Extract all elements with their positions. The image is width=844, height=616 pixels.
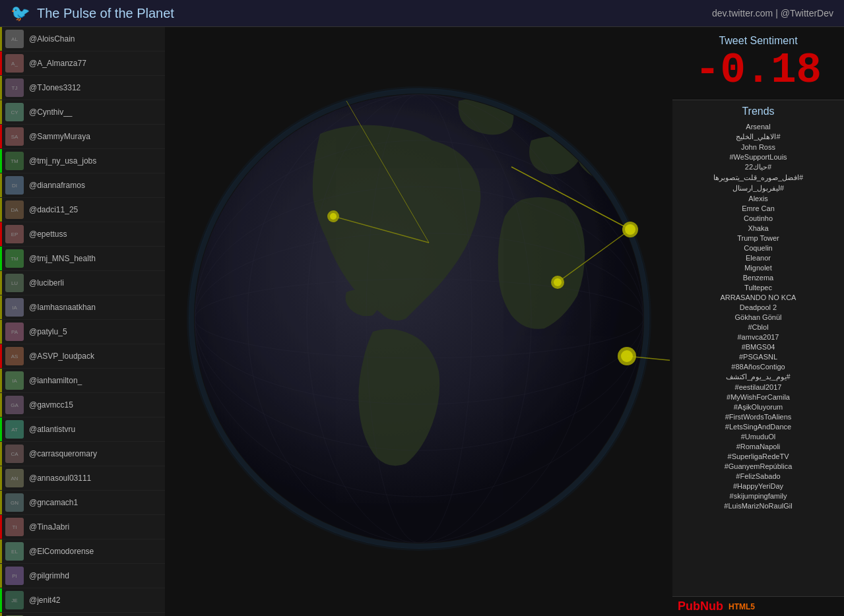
user-list-item[interactable]: DA@dadci11_25 — [0, 198, 165, 222]
trend-item[interactable]: Benzema — [678, 272, 839, 282]
user-list-item[interactable]: EL@ElComodorense — [0, 539, 165, 564]
sentiment-title: Tweet Sentiment — [680, 35, 836, 47]
trend-item[interactable]: #AşikOluyorum — [678, 402, 839, 412]
user-handle: @Cynthiv__ — [29, 108, 73, 117]
svg-point-33 — [330, 213, 337, 220]
user-handle: @tmj_ny_usa_jobs — [29, 156, 96, 166]
trend-item[interactable]: Coquelin — [678, 243, 839, 253]
trend-item[interactable]: Mignolet — [678, 262, 839, 272]
user-list-item[interactable]: AT@atlantistvru — [0, 417, 165, 442]
trend-item[interactable]: حياك22# — [678, 162, 839, 172]
trend-item[interactable]: #WeSupportLouis — [678, 152, 839, 162]
sentiment-indicator — [0, 27, 2, 51]
trend-item[interactable]: Arsenal — [678, 121, 839, 131]
trend-item[interactable]: #RomaNapoli — [678, 441, 839, 451]
user-handle: @Iamhasnaatkhan — [29, 303, 96, 312]
user-list-item[interactable]: TJ@TJones3312 — [0, 76, 165, 100]
user-list-item[interactable]: LU@luciberli — [0, 271, 165, 295]
trends-section: Trends Arsenalالاهلي_الخليج#John Ross#We… — [672, 100, 844, 596]
trend-item[interactable]: #skijumpingfamily — [678, 491, 839, 501]
user-list-item[interactable]: IA@Iamhasnaatkhan — [0, 295, 165, 320]
avatar: GA — [5, 396, 24, 414]
user-handle: @gncamach1 — [29, 498, 78, 507]
user-list-item[interactable]: PA@patylu_5 — [0, 320, 165, 344]
user-list-item[interactable]: TM@tmj_MNS_health — [0, 247, 165, 271]
user-list-item[interactable]: GN@gncamach1 — [0, 491, 165, 515]
user-list-item[interactable]: TI@TinaJabri — [0, 515, 165, 539]
avatar: CY — [5, 103, 24, 121]
header-links: dev.twitter.com | @TwitterDev — [712, 8, 833, 18]
user-handle: @TJones3312 — [29, 83, 81, 92]
trend-item[interactable]: Gökhan Gönül — [678, 312, 839, 322]
sentiment-section: Tweet Sentiment -0.18 — [672, 27, 844, 100]
trend-item[interactable]: Xhaka — [678, 223, 839, 233]
user-list-item[interactable]: IA@ianhamilton_ — [0, 369, 165, 393]
avatar: JE — [5, 591, 24, 609]
user-list-item[interactable]: RO@RosiiEspinoza — [0, 613, 165, 616]
user-list-item[interactable]: EP@epettuss — [0, 222, 165, 247]
trend-item[interactable]: #Cblol — [678, 322, 839, 332]
avatar: TI — [5, 518, 24, 536]
user-list-item[interactable]: CA@carrasqueromary — [0, 442, 165, 466]
trend-item[interactable]: Deadpool 2 — [678, 302, 839, 312]
user-list-item[interactable]: PI@pilgrimhd — [0, 564, 165, 588]
sentiment-value: -0.18 — [680, 49, 836, 92]
user-handle: @SammyMuraya — [29, 132, 90, 141]
globe-visualization — [165, 27, 672, 616]
trend-item[interactable]: #HappyYeriDay — [678, 481, 839, 491]
trend-item[interactable]: #UmuduOl — [678, 431, 839, 441]
trend-item[interactable]: #PSGASNL — [678, 352, 839, 361]
trend-item[interactable]: ARRASANDO NO KCA — [678, 292, 839, 302]
avatar: AN — [5, 469, 24, 487]
user-handle: @patylu_5 — [29, 327, 67, 336]
footer-branding: PubNub HTML5 — [672, 596, 844, 616]
trend-item[interactable]: Coutinho — [678, 213, 839, 223]
sentiment-indicator — [0, 491, 2, 514]
user-list-item[interactable]: AS@ASVP_loudpack — [0, 344, 165, 369]
user-handle: @ianhamilton_ — [29, 376, 82, 385]
user-handle: @epettuss — [29, 230, 67, 239]
user-list-item[interactable]: JE@jenit42 — [0, 588, 165, 613]
user-handle: @dadci11_25 — [29, 205, 78, 214]
avatar: GN — [5, 493, 24, 512]
trend-item[interactable]: #eestilaul2017 — [678, 382, 839, 392]
trends-title: Trends — [678, 106, 839, 117]
trend-item[interactable]: Eleanor — [678, 253, 839, 262]
header-site-link[interactable]: dev.twitter.com | @TwitterDev — [712, 8, 833, 18]
user-list-item[interactable]: GA@gavmcc15 — [0, 393, 165, 417]
user-list-item[interactable]: TM@tmj_ny_usa_jobs — [0, 149, 165, 173]
trend-item[interactable]: #SuperligaRedeTV — [678, 451, 839, 461]
sentiment-indicator — [0, 564, 2, 588]
trend-item[interactable]: #88AñosContigo — [678, 361, 839, 371]
sentiment-indicator — [0, 295, 2, 319]
trend-item[interactable]: #amvca2017 — [678, 332, 839, 342]
trend-item[interactable]: #BMGS04 — [678, 342, 839, 352]
trend-item[interactable]: #LuisMarizNoRaulGil — [678, 501, 839, 510]
user-list-item[interactable]: AN@annasoul03111 — [0, 466, 165, 491]
user-list-item[interactable]: SA@SammyMuraya — [0, 125, 165, 149]
user-handle: @tmj_MNS_health — [29, 254, 96, 263]
trend-item[interactable]: Tultepec — [678, 282, 839, 292]
user-list-item[interactable]: DI@diannaframos — [0, 173, 165, 198]
user-handle: @diannaframos — [29, 181, 85, 190]
trend-item[interactable]: Trump Tower — [678, 233, 839, 243]
trend-item[interactable]: ليفربول_ارسنال# — [678, 183, 839, 193]
user-list-item[interactable]: A_@A_Almanza77 — [0, 51, 165, 76]
trend-item[interactable]: Emre Can — [678, 203, 839, 213]
trend-item[interactable]: #LetsSingAndDance — [678, 421, 839, 431]
trend-item[interactable]: #FelizSabado — [678, 471, 839, 481]
trend-item[interactable]: #FirstWordsToAliens — [678, 412, 839, 421]
user-handle: @ElComodorense — [29, 547, 94, 556]
trend-item[interactable]: #GuanyemRepública — [678, 461, 839, 471]
trend-item[interactable]: يوم_يد_يوم_اكتشف# — [678, 371, 839, 382]
trend-item[interactable]: الاهلي_الخليج# — [678, 131, 839, 142]
trend-item[interactable]: #MyWishForCamila — [678, 392, 839, 402]
trend-item[interactable]: افضل_صوره_قلت_يتصويرها# — [678, 172, 839, 183]
user-list-item[interactable]: AL@AloisChain — [0, 27, 165, 51]
avatar: AL — [5, 30, 24, 48]
trend-item[interactable]: Alexis — [678, 193, 839, 203]
trend-item[interactable]: John Ross — [678, 142, 839, 152]
user-handle: @pilgrimhd — [29, 571, 69, 580]
user-list-item[interactable]: CY@Cynthiv__ — [0, 100, 165, 125]
sentiment-indicator — [0, 515, 2, 539]
